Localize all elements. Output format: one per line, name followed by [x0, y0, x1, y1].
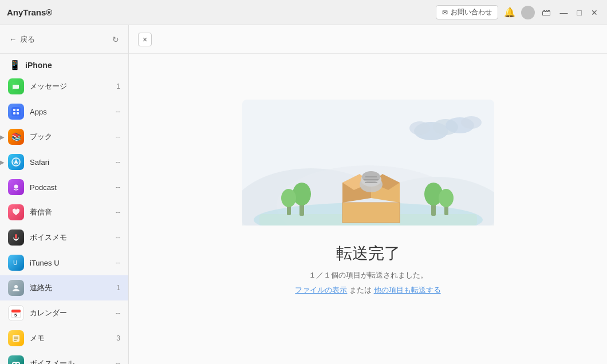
calendar-icon: 5	[8, 305, 24, 321]
sidebar: ← 戻る ↻ 📱 iPhone メッセージ1Apps--▶📚ブック--▶Safa…	[0, 25, 129, 364]
podcast-count: --	[109, 183, 120, 191]
contacts-label: 連絡先	[30, 283, 109, 293]
contact-label: お問い合わせ	[451, 7, 492, 17]
illustration	[242, 100, 494, 225]
sidebar-item-safari[interactable]: ▶Safari--	[0, 149, 128, 175]
back-label: 戻る	[20, 34, 35, 45]
device-name: iPhone	[25, 61, 52, 70]
sidebar-item-notes[interactable]: メモ3	[0, 326, 128, 351]
success-subtitle: １／１個の項目が転送されました。	[309, 270, 428, 280]
titlebar-right: ✉ お問い合わせ 🔔 🗃 — □ ✕	[436, 5, 600, 19]
voicemail-label: ボイスメール	[30, 358, 109, 364]
sidebar-item-voicememo[interactable]: ボイスメモ--	[0, 225, 128, 250]
safari-count: --	[109, 158, 120, 166]
svg-point-30	[461, 116, 482, 129]
safari-label: Safari	[30, 158, 109, 167]
svg-rect-11	[15, 234, 17, 239]
apps-label: Apps	[30, 108, 109, 116]
svg-rect-5	[17, 112, 19, 114]
svg-rect-3	[17, 109, 19, 111]
health-count: --	[109, 208, 120, 216]
itunes-label: iTunes U	[30, 259, 109, 267]
voicemail-icon	[8, 355, 24, 364]
sidebar-item-health[interactable]: 着信音--	[0, 200, 128, 225]
refresh-icon[interactable]: ↻	[112, 35, 119, 44]
svg-point-37	[293, 183, 311, 205]
contacts-icon	[8, 280, 24, 296]
podcast-icon	[8, 179, 24, 195]
messages-icon	[8, 78, 24, 94]
svg-text:5: 5	[14, 312, 17, 318]
books-label: ブック	[30, 132, 109, 142]
apps-icon	[8, 104, 24, 120]
expand-arrow-icon: ▶	[0, 159, 5, 165]
sidebar-item-apps[interactable]: Apps--	[0, 99, 128, 124]
svg-point-39	[281, 189, 296, 207]
sidebar-item-itunes[interactable]: UiTunes U--	[0, 250, 128, 275]
sidebar-item-voicemail[interactable]: ボイスメール--	[0, 351, 128, 364]
back-arrow-icon: ←	[9, 35, 17, 43]
link-separator: または	[349, 286, 372, 294]
main-content: ← 戻る ↻ 📱 iPhone メッセージ1Apps--▶📚ブック--▶Safa…	[0, 25, 607, 364]
calendar-label: カレンダー	[30, 308, 109, 318]
svg-point-43	[439, 189, 454, 207]
podcast-label: Podcast	[30, 183, 109, 192]
itunes-icon: U	[8, 255, 24, 271]
sidebar-item-calendar[interactable]: 5カレンダー--	[0, 300, 128, 326]
avatar[interactable]	[521, 6, 535, 19]
apps-count: --	[109, 108, 120, 116]
device-icon[interactable]: 🗃	[539, 6, 553, 19]
svg-rect-4	[13, 112, 15, 114]
sidebar-item-books[interactable]: ▶📚ブック--	[0, 124, 128, 149]
health-icon	[8, 204, 24, 220]
email-icon: ✉	[442, 9, 448, 17]
voicememo-count: --	[109, 234, 120, 242]
notes-icon	[8, 330, 24, 346]
svg-rect-2	[13, 109, 15, 111]
view-files-link[interactable]: ファイルの表示	[295, 286, 347, 294]
voicemail-count: --	[109, 359, 120, 364]
voicememo-icon	[8, 230, 24, 246]
notes-label: メモ	[30, 333, 109, 343]
svg-rect-1	[11, 107, 21, 116]
calendar-count: --	[109, 309, 120, 317]
books-count: --	[109, 133, 120, 141]
close-button[interactable]: ✕	[589, 8, 600, 17]
device-section: 📱 iPhone	[0, 54, 128, 74]
notes-count: 3	[109, 334, 120, 342]
books-icon: 📚	[8, 129, 24, 145]
iphone-icon: 📱	[9, 60, 21, 70]
success-links: ファイルの表示 または 他の項目も転送する	[295, 285, 440, 295]
expand-arrow-icon: ▶	[0, 134, 5, 140]
titlebar: AnyTrans® ✉ お問い合わせ 🔔 🗃 — □ ✕	[0, 0, 607, 25]
messages-label: メッセージ	[30, 81, 109, 92]
app-title: AnyTrans®	[7, 7, 52, 17]
bell-icon[interactable]: 🔔	[503, 6, 517, 19]
svg-text:U: U	[13, 260, 17, 266]
titlebar-left: AnyTrans®	[7, 7, 52, 17]
maximize-button[interactable]: □	[575, 8, 584, 17]
safari-icon	[8, 154, 24, 170]
minimize-button[interactable]: —	[558, 8, 570, 17]
sidebar-item-contacts[interactable]: 連絡先1	[0, 275, 128, 300]
health-label: 着信音	[30, 207, 109, 217]
sidebar-header: ← 戻る ↻	[0, 25, 128, 54]
right-panel: ×	[129, 25, 607, 364]
svg-point-28	[409, 121, 430, 135]
panel-close-button[interactable]: ×	[138, 33, 152, 46]
success-area: 転送完了 １／１個の項目が転送されました。 ファイルの表示 または 他の項目も転…	[129, 54, 607, 364]
voicememo-label: ボイスメモ	[30, 232, 109, 243]
panel-toolbar: ×	[129, 25, 607, 54]
sidebar-list: メッセージ1Apps--▶📚ブック--▶Safari--Podcast--着信音…	[0, 74, 128, 364]
contacts-count: 1	[109, 284, 120, 292]
messages-count: 1	[109, 82, 120, 90]
back-button[interactable]: ← 戻る	[9, 34, 35, 45]
svg-rect-49	[342, 203, 400, 223]
success-title: 転送完了	[336, 243, 400, 264]
svg-point-10	[14, 185, 18, 189]
sidebar-item-messages[interactable]: メッセージ1	[0, 74, 128, 99]
transfer-more-link[interactable]: 他の項目も転送する	[374, 286, 441, 294]
contact-button[interactable]: ✉ お問い合わせ	[436, 5, 498, 19]
sidebar-item-podcast[interactable]: Podcast--	[0, 175, 128, 200]
itunes-count: --	[109, 259, 120, 267]
